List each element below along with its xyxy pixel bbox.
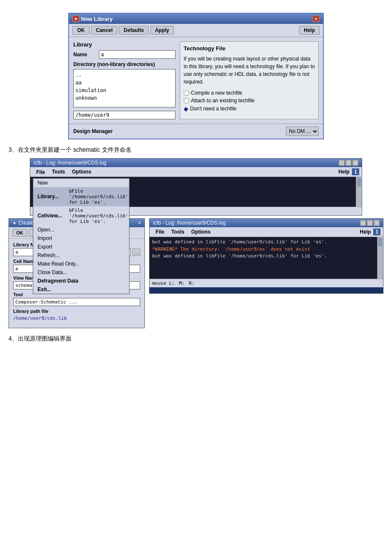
refresh-item[interactable]: Refresh... <box>33 251 129 260</box>
closedata-item[interactable]: Close Data... <box>33 268 129 277</box>
dir-item[interactable]: .. <box>75 71 173 79</box>
makereadonly-item[interactable]: Make Read Only... <box>33 260 129 268</box>
lib-path-label: Library path file <box>13 309 140 314</box>
help-label-1[interactable]: Help <box>336 168 352 176</box>
options-menu[interactable]: Options <box>69 168 95 176</box>
cnf-close-icon[interactable]: × <box>138 220 141 226</box>
mouse-coord-2: mouse L: <box>152 280 175 286</box>
log-line-3: but was defined in libFile '/home/user9/… <box>152 253 375 260</box>
library-section: Library Name Directory (non-library dire… <box>73 41 176 119</box>
dm-label: Design Manager <box>73 128 113 134</box>
noneed-option[interactable]: ◆ Don't need a techfile <box>184 105 315 112</box>
dir-path-row <box>73 111 176 119</box>
diamond-icon: ◆ <box>184 105 188 112</box>
dialog-toolbar: OK Cancel Defaults Apply Help <box>69 24 323 37</box>
icfb-bottom-bar-extra <box>150 287 383 293</box>
tech-file-section: Technology File If you will be creating … <box>180 41 319 119</box>
dir-item[interactable]: aa <box>75 79 173 87</box>
tools-menu-2[interactable]: Tools <box>168 228 188 236</box>
close-icon[interactable]: × <box>313 15 320 22</box>
compile-option[interactable]: Compile a new techfile <box>184 90 315 96</box>
new-item[interactable]: New <box>33 179 129 187</box>
file-dropdown: New Library... bFile '/home/user9/cds.li… <box>33 178 130 294</box>
library-submenu-label[interactable]: Library... <box>33 192 67 201</box>
maximize-btn-2[interactable]: □ <box>367 220 373 226</box>
name-input[interactable] <box>99 50 176 59</box>
ok-button[interactable]: OK <box>72 26 89 35</box>
tool-field: Tool <box>13 292 140 306</box>
minimize-btn-1[interactable]: − <box>339 160 345 166</box>
cellview-log-text: bFile '/home/user9/cds.lib' for Lib 'es'… <box>67 206 130 225</box>
library-section-title: Library <box>73 41 176 48</box>
import-item[interactable]: Import <box>33 234 129 243</box>
dir-item[interactable]: simulation <box>75 87 173 94</box>
attach-label: Attach to an existing techfile <box>191 98 254 104</box>
help-label-2[interactable]: Help <box>357 228 373 236</box>
cellview-submenu-label[interactable]: Cellview... <box>33 211 67 220</box>
step3-text: 3、在文件夹里新建一个 schematic 文件并命名 <box>9 146 383 154</box>
file-menu-2[interactable]: File <box>152 228 168 236</box>
log-line-1: but was defined in libFile '/home/user9/… <box>152 239 375 246</box>
options-menu-2[interactable]: Options <box>188 228 214 236</box>
help-button[interactable]: Help <box>299 26 320 35</box>
scrollbar-thumb-2[interactable] <box>378 238 382 246</box>
step4-text: 4、出现原理图编辑界面 <box>9 335 383 343</box>
dialog-body: Library Name Directory (non-library dire… <box>69 37 323 124</box>
icfb-title-1: icfb - Log: /home/user9/CDS.log <box>34 160 107 166</box>
defaults-button[interactable]: Defaults <box>119 26 148 35</box>
tech-section-title: Technology File <box>184 45 315 52</box>
file-menu[interactable]: File <box>33 168 49 176</box>
scrollbar-thumb-1[interactable] <box>357 178 361 186</box>
minimize-btn-2[interactable]: − <box>360 220 366 226</box>
open-item[interactable]: Open... <box>33 225 129 234</box>
lib-path-value: /home/user9/cds.lib <box>13 315 140 322</box>
dm-select[interactable]: No DM ... <box>286 127 319 136</box>
tools-menu[interactable]: Tools <box>49 168 69 176</box>
cnf-ok-button[interactable]: OK <box>12 229 27 237</box>
bottom-bar-2: mouse L: M: R: <box>150 279 383 287</box>
r-coord-2: R: <box>189 280 194 286</box>
cancel-button[interactable]: Cancel <box>91 26 117 35</box>
defragment-item[interactable]: Defragment Data <box>33 277 129 285</box>
attach-radio[interactable] <box>184 98 189 104</box>
new-submenu-row: Library... bFile '/home/user9/cds.lib' f… <box>33 187 129 206</box>
dir-item[interactable]: unknown <box>75 94 173 102</box>
dir-label: Directory (non-library directories) <box>73 61 176 67</box>
titlebar-left: ▼ New Library <box>72 15 112 22</box>
log-area-2: but was defined in libFile '/home/user9/… <box>150 237 377 279</box>
tool-input[interactable] <box>13 298 140 306</box>
name-field-row: Name <box>73 50 176 59</box>
maximize-btn-1[interactable]: □ <box>346 160 352 166</box>
dir-path-input[interactable] <box>73 111 176 119</box>
library-name-browse-btn[interactable]: ... <box>133 249 140 256</box>
tool-input-row <box>13 298 140 306</box>
v-scrollbar-1[interactable] <box>356 177 362 207</box>
icfb-content-1: File New Library... bFile '/home/user9/c… <box>30 167 362 215</box>
log-spacer <box>152 260 375 269</box>
lib-path-field: Library path file /home/user9/cds.lib <box>13 309 140 322</box>
badge-1: 1 <box>352 168 359 175</box>
compile-label: Compile a new techfile <box>191 90 242 96</box>
attach-option[interactable]: Attach to an existing techfile <box>184 98 315 104</box>
close-btn-1[interactable]: × <box>352 160 358 166</box>
apply-button[interactable]: Apply <box>150 26 174 35</box>
library-log-text: bFile '/home/user9/cds.lib' for Lib 'es'… <box>67 187 130 206</box>
dialog-footer: Design Manager No DM ... <box>69 124 323 139</box>
cnf-minimize-icon[interactable]: ▼ <box>12 221 17 225</box>
dialog-title: New Library <box>81 16 112 22</box>
export-item[interactable]: Export <box>33 243 129 251</box>
tech-description: If you will be creating mask layout or o… <box>184 55 315 86</box>
log-line-2: *WARNING* The directory: '/home/user9/es… <box>152 246 375 253</box>
file-menu-container: File New Library... bFile '/home/user9/c… <box>33 169 49 175</box>
compile-radio[interactable] <box>184 90 189 96</box>
m-coord-2: M: <box>179 280 184 286</box>
exit-item[interactable]: Exit... <box>33 285 129 294</box>
minimize-icon[interactable]: ▼ <box>72 15 79 22</box>
icfb-title-2: icfb - Log: /home/user9/CDS.log <box>153 220 226 226</box>
v-scrollbar-2[interactable] <box>377 237 383 279</box>
titlebar-controls-2: − □ × <box>360 220 380 226</box>
icfb-main-1: File New Library... bFile '/home/user9/c… <box>30 167 362 215</box>
icfb-titlebar-2: icfb - Log: /home/user9/CDS.log − □ × <box>150 219 383 227</box>
close-btn-2[interactable]: × <box>374 220 380 226</box>
name-label: Name <box>73 52 99 58</box>
